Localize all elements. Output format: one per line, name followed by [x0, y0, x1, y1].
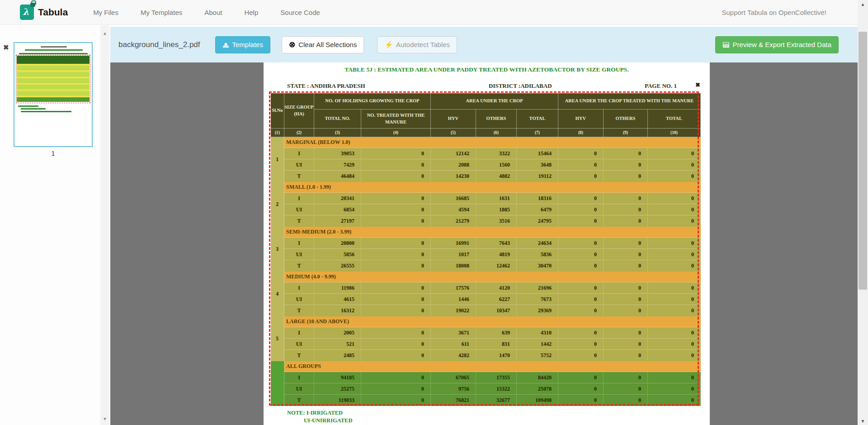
value-cell: 0 — [361, 372, 431, 383]
value-cell: 0 — [648, 249, 701, 260]
scroll-up-icon[interactable]: ▲ — [858, 2, 868, 7]
document-filename: background_lines_2.pdf — [118, 40, 200, 49]
pdf-swirl-icon: λ — [23, 7, 29, 17]
value-cell: 4882 — [476, 171, 517, 182]
table-row: I11986017576412021696000 — [271, 282, 701, 294]
row-type-cell: T — [284, 350, 314, 361]
value-cell: 1631 — [476, 193, 517, 204]
value-cell: 1442 — [517, 339, 558, 350]
value-cell: 0 — [558, 294, 604, 305]
templates-button-label: Templates — [232, 41, 263, 48]
group-band: ALL GROUPS — [284, 361, 701, 372]
value-cell: 20341 — [314, 193, 361, 204]
value-cell: 0 — [604, 215, 648, 227]
row-type-cell: I — [284, 282, 314, 294]
value-cell: 5752 — [517, 350, 558, 361]
sidebar-scroll-down-icon[interactable]: ▼ — [100, 416, 109, 421]
value-cell: 2485 — [314, 350, 361, 361]
slno-cell: 5 — [271, 316, 284, 361]
autodetect-tables-button[interactable]: ⚡ Autodetect Tables — [377, 36, 457, 53]
preview-export-button[interactable]: Preview & Export Extracted Data — [715, 36, 839, 53]
value-cell: 0 — [604, 372, 648, 383]
value-cell: 0 — [604, 148, 648, 159]
scrollbar-thumb[interactable] — [859, 32, 867, 290]
scroll-down-icon[interactable]: ▼ — [858, 419, 868, 424]
value-cell: 18316 — [517, 193, 558, 204]
value-cell: 16685 — [431, 193, 476, 204]
page-thumbnail[interactable] — [14, 42, 93, 147]
value-cell: 0 — [648, 350, 701, 361]
pdf-page[interactable]: TABLE 5J : ESTIMATED AREA UNDER PADDY TR… — [264, 62, 710, 425]
value-cell: 4310 — [517, 327, 558, 339]
table-row: T265550180081246230470000 — [271, 260, 701, 272]
nav-link-my-files[interactable]: My Files — [93, 9, 118, 16]
value-cell: 0 — [648, 171, 701, 182]
table-row: I20800016991764324634000 — [271, 238, 701, 249]
thumb-subtitle-line — [25, 49, 83, 51]
value-cell: 14230 — [431, 171, 476, 182]
value-cell: 21696 — [517, 282, 558, 294]
header-column-numbers: (1)(2)(3)(4)(5)(6)(7)(8)(9)(10) — [271, 129, 701, 137]
value-cell: 21279 — [431, 215, 476, 227]
page-scrollbar[interactable]: ▲ ▼ — [858, 0, 868, 425]
pdf-table-head: Sl.No SIZE GROUP (HA) NO. OF HOLDINGS GR… — [271, 93, 701, 137]
value-cell: 521 — [314, 339, 361, 350]
value-cell: 1885 — [476, 204, 517, 215]
remove-page-button[interactable]: ✖ — [3, 43, 9, 52]
value-cell: 4819 — [476, 249, 517, 260]
tabula-logo-icon: λ — [20, 5, 34, 20]
pdf-viewer[interactable]: TABLE 5J : ESTIMATED AREA UNDER PADDY TR… — [110, 62, 858, 425]
value-cell: 0 — [558, 383, 604, 395]
value-cell: 4282 — [431, 350, 476, 361]
value-cell: 0 — [361, 171, 431, 182]
sidebar-scroll-up-icon[interactable]: ▲ — [100, 31, 109, 36]
value-cell: 16991 — [431, 238, 476, 249]
nav-link-my-templates[interactable]: My Templates — [141, 9, 182, 16]
value-cell: 0 — [558, 339, 604, 350]
sidebar-scrollbar[interactable]: ▲ ▼ — [100, 25, 109, 425]
value-cell: 20800 — [314, 238, 361, 249]
value-cell: 0 — [558, 305, 604, 316]
value-cell: 0 — [648, 193, 701, 204]
templates-button[interactable]: Templates — [215, 36, 270, 53]
value-cell: 29369 — [517, 305, 558, 316]
value-cell: 76821 — [431, 395, 476, 406]
column-number-cell: (1) — [271, 129, 284, 137]
nav-link-source-code[interactable]: Source Code — [280, 9, 320, 16]
selection-close-button[interactable]: ✖ — [695, 81, 700, 88]
toolbar: background_lines_2.pdf Templates ⊗ Clear… — [110, 27, 858, 62]
header-hyv-1: HYV — [431, 110, 476, 129]
nav-link-about[interactable]: About — [204, 9, 222, 16]
row-type-cell: T — [284, 305, 314, 316]
value-cell: 0 — [361, 327, 431, 339]
brand[interactable]: λ Tabula — [20, 5, 68, 20]
table-row: UI58560101748195836000 — [271, 249, 701, 260]
value-cell: 109498 — [517, 395, 558, 406]
value-cell: 46484 — [314, 171, 361, 182]
value-cell: 0 — [604, 249, 648, 260]
pdf-table-body: 1MARGINAL (BELOW 1.0)I390530121423322154… — [271, 137, 701, 406]
value-cell: 0 — [604, 395, 648, 406]
nav-link-help[interactable]: Help — [244, 9, 258, 16]
value-cell: 639 — [476, 327, 517, 339]
sidebar: ✖ 1 ▲ ▼ — [0, 25, 110, 425]
value-cell: 0 — [604, 327, 648, 339]
value-cell: 0 — [361, 395, 431, 406]
header-size-group: SIZE GROUP (HA) — [284, 93, 314, 129]
table-row: I941850670651735584420000 — [271, 372, 701, 383]
clear-all-selections-button[interactable]: ⊗ Clear All Selections — [282, 36, 364, 53]
row-type-cell: UI — [284, 249, 314, 260]
value-cell: 0 — [648, 238, 701, 249]
support-link[interactable]: Support Tabula on OpenCollective! — [722, 9, 826, 16]
value-cell: 0 — [558, 148, 604, 159]
value-cell: 1017 — [431, 249, 476, 260]
slno-cell — [271, 361, 284, 406]
table-row: I39053012142332215464000 — [271, 148, 701, 159]
column-number-cell: (4) — [361, 129, 431, 137]
value-cell: 4615 — [314, 294, 361, 305]
table-row: UI46150144662277673000 — [271, 294, 701, 305]
thumb-note-line — [18, 105, 38, 107]
column-number-cell: (3) — [314, 129, 361, 137]
header-slno: Sl.No — [271, 93, 284, 129]
row-type-cell: UI — [284, 383, 314, 395]
